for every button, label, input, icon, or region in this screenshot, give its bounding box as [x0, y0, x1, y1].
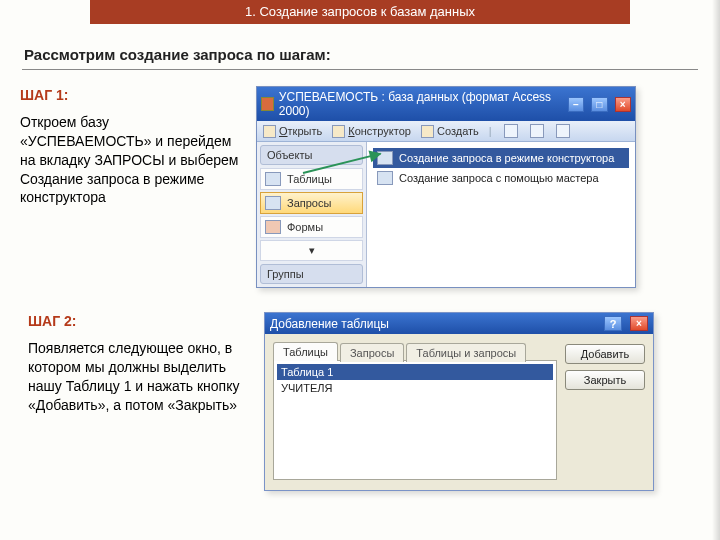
win1-title: УСПЕВАЕМОСТЬ : база данных (формат Acces…	[279, 90, 556, 118]
page-banner: 1. Создание запросов к базам данных	[90, 0, 630, 24]
divider	[22, 69, 698, 70]
tab-queries[interactable]: Запросы	[340, 343, 404, 362]
option-designer[interactable]: Создание запроса в режиме конструктора	[373, 148, 629, 168]
option-wizard[interactable]: Создание запроса с помощью мастера	[373, 168, 629, 188]
tables-icon	[265, 172, 281, 186]
win1-toolbar: Открыть Конструктор Создать |	[257, 121, 635, 142]
db-icon	[261, 97, 274, 111]
tabs: Таблицы Запросы Таблицы и запросы	[273, 342, 557, 361]
list-item-table1[interactable]: Таблица 1	[277, 364, 553, 380]
create-button[interactable]: Создать	[421, 125, 479, 138]
minimize-button[interactable]: –	[568, 97, 584, 112]
page-shadow	[712, 0, 720, 540]
wizard-icon	[377, 171, 393, 185]
tabs-wrap: Таблицы Запросы Таблицы и запросы Таблиц…	[273, 342, 557, 480]
sidebar-item-forms[interactable]: Формы	[260, 216, 363, 238]
sidebar-item-queries[interactable]: Запросы	[260, 192, 363, 214]
page-subtitle: Рассмотрим создание запроса по шагам:	[24, 46, 720, 63]
step2-text: Появляется следующее окно, в котором мы …	[28, 339, 248, 415]
win1-sidebar: Объекты Таблицы Запросы Формы ▾ Группы	[257, 142, 367, 287]
step1-label: ШАГ 1:	[20, 86, 240, 105]
dialog-buttons: Добавить Закрыть	[565, 344, 645, 480]
design-button[interactable]: Конструктор	[332, 125, 411, 138]
sidebar-groups: Группы	[260, 264, 363, 284]
view-large-icon[interactable]	[530, 124, 544, 138]
tab-tables[interactable]: Таблицы	[273, 342, 338, 361]
step1-text-block: ШАГ 1: Откроем базу «УСПЕВАЕМОСТЬ» и пер…	[20, 86, 240, 207]
add-button[interactable]: Добавить	[565, 344, 645, 364]
add-table-dialog: Добавление таблицы ? × Таблицы Запросы Т…	[264, 312, 654, 491]
step2-row: ШАГ 2: Появляется следующее окно, в кото…	[20, 312, 700, 491]
list-item-teachers[interactable]: УЧИТЕЛЯ	[277, 380, 553, 396]
open-button[interactable]: Открыть	[263, 125, 322, 138]
open-icon	[263, 125, 276, 138]
step1-row: ШАГ 1: Откроем базу «УСПЕВАЕМОСТЬ» и пер…	[20, 86, 700, 288]
win1-titlebar: УСПЕВАЕМОСТЬ : база данных (формат Acces…	[257, 87, 635, 121]
queries-icon	[265, 196, 281, 210]
tables-listbox[interactable]: Таблица 1 УЧИТЕЛЯ	[273, 360, 557, 480]
maximize-button[interactable]: □	[591, 97, 607, 112]
step2-label: ШАГ 2:	[28, 312, 248, 331]
close-button[interactable]: ×	[615, 97, 631, 112]
win1-content: Создание запроса в режиме конструктора С…	[367, 142, 635, 287]
design-icon	[332, 125, 345, 138]
create-icon	[421, 125, 434, 138]
close-dialog-button[interactable]: Закрыть	[565, 370, 645, 390]
step1-text: Откроем базу «УСПЕВАЕМОСТЬ» и перейдем н…	[20, 113, 240, 207]
tab-both[interactable]: Таблицы и запросы	[406, 343, 526, 362]
step2-text-block: ШАГ 2: Появляется следующее окно, в кото…	[28, 312, 248, 414]
view-small-icon[interactable]	[504, 124, 518, 138]
help-button[interactable]: ?	[604, 316, 622, 331]
forms-icon	[265, 220, 281, 234]
view-list-icon[interactable]	[556, 124, 570, 138]
win2-titlebar: Добавление таблицы ? ×	[265, 313, 653, 334]
sidebar-item-more[interactable]: ▾	[260, 240, 363, 261]
win2-title: Добавление таблицы	[270, 317, 389, 331]
access-db-window: УСПЕВАЕМОСТЬ : база данных (формат Acces…	[256, 86, 636, 288]
dialog-close-button[interactable]: ×	[630, 316, 648, 331]
